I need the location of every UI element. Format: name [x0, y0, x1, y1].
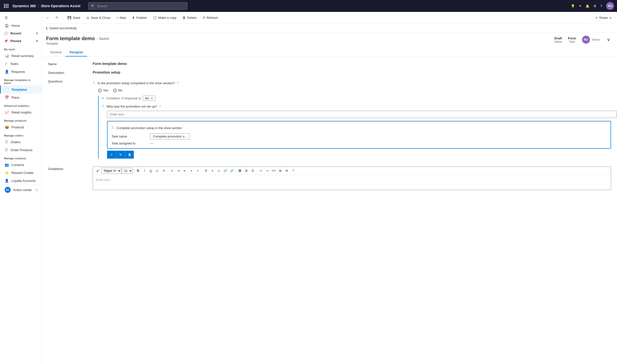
- radio-options-1: Yes No: [93, 87, 611, 94]
- rte-underline-button[interactable]: U: [148, 168, 154, 174]
- rich-text-body[interactable]: Enter text...: [93, 175, 611, 190]
- bell-icon[interactable]: 🔔: [586, 4, 589, 8]
- rte-font-family-select[interactable]: Segoe UI: [101, 168, 121, 174]
- copy-icon: 📋: [153, 16, 157, 20]
- publish-button[interactable]: ⬆ Publish: [130, 14, 149, 21]
- sidebar-item-pinned[interactable]: 📌 Pinned ∨: [0, 37, 42, 45]
- rte-paint-icon[interactable]: 🖌: [95, 168, 101, 174]
- task-name-button[interactable]: Complete promotion s...: [150, 133, 190, 140]
- rte-increase-indent-button[interactable]: »: [195, 168, 201, 174]
- copy-button[interactable]: 📋 Make a copy: [150, 14, 179, 21]
- refresh-label: Refresh: [207, 16, 218, 20]
- rte-list-button[interactable]: ☰: [203, 168, 209, 174]
- chevron-icon: ∨: [36, 32, 38, 35]
- helper-text-input[interactable]: [107, 111, 617, 118]
- description-field-row: Description Promotion setup: [48, 70, 611, 75]
- orders-icon: 🗒: [5, 140, 8, 144]
- sidebar-item-requests[interactable]: 👤 Requests: [0, 68, 42, 76]
- rte-decrease-indent-button[interactable]: «: [188, 168, 194, 174]
- rte-outdent-button[interactable]: ⇤: [182, 168, 188, 174]
- rte-font-size-select[interactable]: 11: [122, 168, 133, 174]
- form-tabs: General Designer: [46, 48, 613, 56]
- condition-close-button[interactable]: ✕: [151, 97, 153, 100]
- plus-icon[interactable]: +: [579, 3, 582, 9]
- sidebar-item-products[interactable]: 📦 Products: [0, 123, 42, 131]
- save-close-button[interactable]: 🗂 Save & Close: [84, 14, 113, 21]
- save-button[interactable]: 💾 Save: [65, 14, 83, 21]
- search-bar[interactable]: 🔍 Search: [88, 2, 187, 10]
- rte-italic-button[interactable]: I: [141, 168, 147, 174]
- hamburger-icon: ☰: [5, 16, 8, 20]
- sidebar-item-retail-summary[interactable]: 📊 Retail summary: [0, 52, 42, 60]
- rte-indent-button[interactable]: ⇥: [175, 168, 181, 174]
- tab-general[interactable]: General: [46, 48, 65, 56]
- rte-grid-button[interactable]: ⊞: [277, 168, 283, 174]
- rte-settings-button[interactable]: ⚙: [284, 168, 290, 174]
- refresh-icon: ↺: [202, 16, 205, 20]
- rte-image-button[interactable]: 🖼: [237, 168, 243, 174]
- task-name-label: Task name: [112, 135, 146, 138]
- sidebar-toggle[interactable]: ☰: [0, 14, 42, 22]
- description-value: Promotion setup: [93, 70, 120, 75]
- delete-button[interactable]: 🗑 Delete: [180, 14, 199, 21]
- condition-value: No: [145, 96, 149, 100]
- gear-icon[interactable]: ⚙: [593, 4, 596, 8]
- sidebar-item-tasks[interactable]: ✓ Tasks: [0, 60, 42, 68]
- edit-action-button[interactable]: ✎: [116, 151, 125, 159]
- rte-source-button[interactable]: </>: [271, 168, 277, 174]
- sub-drag-handle-1[interactable]: ⠿: [102, 104, 104, 108]
- back-button[interactable]: ←: [44, 14, 52, 22]
- delete-action-button[interactable]: 🗑: [125, 151, 134, 159]
- user-avatar[interactable]: NU: [606, 2, 614, 10]
- rte-unlink-button[interactable]: 🔗: [229, 168, 235, 174]
- rte-highlight-button[interactable]: 🖊: [154, 168, 160, 174]
- task-assigned-row: Task assigned to ---: [112, 141, 607, 145]
- rte-link-button[interactable]: 🔗: [222, 168, 228, 174]
- sub-question-1-text: Why was the promotion not set up?: [107, 105, 157, 108]
- sidebar-item-contacts[interactable]: 👥 Contacts: [0, 161, 42, 169]
- question-block-1: ⠿ Is the promotion setup completed in th…: [93, 79, 611, 159]
- sidebar-item-reward-credits[interactable]: ⭐ Reward Credits: [0, 169, 42, 177]
- task-card-1: ⠿ Complete promotion setup in the shoe s…: [107, 121, 611, 149]
- sidebar-item-recent[interactable]: 🕐 Recent ∨: [0, 29, 42, 37]
- sidebar-item-action-center[interactable]: AC Action center ◇: [0, 185, 42, 195]
- apps-icon[interactable]: [3, 3, 10, 9]
- rte-justify-button[interactable]: ≡: [216, 168, 222, 174]
- form-header-expand-button[interactable]: ∨: [606, 36, 611, 43]
- add-action-button[interactable]: +: [107, 151, 116, 159]
- rte-table-button[interactable]: ⊞: [243, 168, 249, 174]
- rte-help-button[interactable]: ?: [290, 168, 296, 174]
- form-type: Form Type: [568, 36, 576, 43]
- bulb-icon[interactable]: 💡: [571, 4, 575, 8]
- sidebar-item-orders[interactable]: 🗒 Orders: [0, 138, 42, 146]
- task-drag-handle[interactable]: ⠿: [112, 126, 114, 130]
- rte-bold-button[interactable]: B: [135, 168, 141, 174]
- share-button[interactable]: ↗ Share ∨: [592, 14, 615, 21]
- rte-redo-btn[interactable]: ↪: [264, 168, 270, 174]
- manage-products-header: Manage products: [0, 116, 42, 123]
- sidebar-item-templates[interactable]: 📄 Templates: [0, 85, 42, 93]
- tab-designer[interactable]: Designer: [65, 48, 87, 56]
- help-icon[interactable]: ?: [600, 4, 602, 8]
- rte-center-button[interactable]: ≡: [209, 168, 215, 174]
- rte-special-char-button[interactable]: Ω: [250, 168, 256, 174]
- sidebar-item-order-products[interactable]: 🗒 Order Products: [0, 146, 42, 154]
- radio-no[interactable]: No: [113, 88, 122, 92]
- sidebar-item-plans[interactable]: 📅 Plans: [0, 93, 42, 101]
- sidebar-item-loyalty-accounts[interactable]: 👤 Loyalty Accounts: [0, 177, 42, 185]
- sidebar-item-retail-insights[interactable]: 📈 Retail insights: [0, 108, 42, 116]
- sidebar-item-home[interactable]: 🏠 Home: [0, 22, 42, 29]
- drag-handle-1[interactable]: ⠿: [93, 81, 95, 85]
- sidebar-action-center-label: Action center: [13, 188, 32, 192]
- rte-align-left-button[interactable]: ≡: [169, 168, 175, 174]
- radio-yes[interactable]: Yes: [98, 88, 108, 92]
- rte-undo-button[interactable]: ↩: [258, 168, 264, 174]
- rte-font-color-button[interactable]: A: [161, 168, 167, 174]
- new-button[interactable]: + New: [114, 14, 129, 21]
- delete-label: Delete: [187, 16, 196, 20]
- manage-contacts-header: Manage contacts: [0, 154, 42, 161]
- redo-button[interactable]: ↷: [53, 14, 61, 21]
- questions-section: Questions ⠿ Is the promotion setup compl…: [48, 79, 611, 162]
- recent-icon: 🕐: [4, 31, 8, 35]
- refresh-button[interactable]: ↺ Refresh: [200, 14, 221, 21]
